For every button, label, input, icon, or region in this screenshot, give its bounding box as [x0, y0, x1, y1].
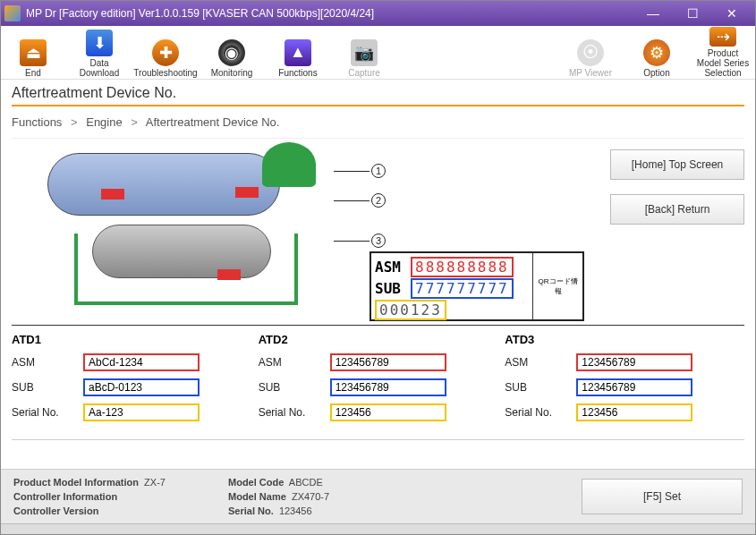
serial-no-label: Serial No. — [228, 505, 274, 516]
atd1-asm-label: ASM — [12, 356, 83, 369]
app-icon — [4, 5, 21, 21]
toolbar-capture-label: Capture — [348, 68, 380, 78]
nameplate: ASM 888888888 SUB 777777777 000123 QRコード… — [370, 251, 584, 321]
window-title: MP Dr [Factory edition] Ver1.0.0.159 [KV… — [26, 7, 633, 20]
breadcrumb-functions[interactable]: Functions — [12, 115, 62, 129]
toolbar-troubleshooting[interactable]: ✚ Troubleshooting — [137, 28, 194, 78]
atd3-asm-input[interactable] — [576, 353, 692, 371]
atd2-serial-label: Serial No. — [259, 406, 330, 419]
serial-no-value: 123456 — [279, 505, 312, 516]
atd3-column: ATD3 ASM SUB Serial No. — [505, 329, 744, 429]
toolbar-option-label: Option — [643, 68, 669, 78]
breadcrumb-current: Aftertreatment Device No. — [146, 115, 280, 129]
selection-icon: ⇢ — [709, 27, 736, 47]
atd1-serial-input[interactable] — [83, 403, 200, 421]
toolbar-monitoring[interactable]: ◉ Monitoring — [203, 28, 260, 78]
atd1-sub-input[interactable] — [83, 378, 200, 396]
camera-icon: 📷 — [351, 39, 378, 66]
callout-2: 2 — [371, 193, 386, 208]
chevron-right-icon: > — [71, 115, 78, 129]
breadcrumb-engine[interactable]: Engine — [86, 115, 122, 129]
atd-input-section: ATD1 ASM SUB Serial No. ATD2 ASM SUB Ser… — [12, 325, 744, 440]
atd2-sub-label: SUB — [259, 381, 330, 394]
toolbar-end-label: End — [25, 68, 41, 78]
toolbar-monitoring-label: Monitoring — [211, 68, 253, 78]
maximize-button[interactable]: ☐ — [673, 1, 712, 26]
atd2-title: ATD2 — [259, 329, 498, 353]
plate-sub-label: SUB — [375, 280, 411, 297]
viewer-icon: ⦿ — [577, 39, 604, 66]
atd2-column: ATD2 ASM SUB Serial No. — [259, 329, 498, 429]
toolbar-download-label: Data Download — [71, 58, 128, 78]
atd1-title: ATD1 — [12, 329, 251, 353]
plate-asm-label: ASM — [375, 259, 411, 276]
atd3-serial-input[interactable] — [576, 403, 692, 421]
callout-1: 1 — [371, 164, 386, 178]
toolbar-troubleshooting-label: Troubleshooting — [133, 68, 197, 78]
back-button[interactable]: [Back] Return — [610, 194, 744, 225]
footer: Product Model Information ZX-7 Model Cod… — [1, 469, 755, 523]
chevron-right-icon: > — [131, 115, 138, 129]
page-title: Aftertreatment Device No. — [12, 85, 744, 106]
atd3-sub-input[interactable] — [576, 378, 692, 396]
atd2-sub-input[interactable] — [330, 378, 446, 396]
download-icon: ⬇ — [86, 30, 113, 56]
toolbar: ⏏ End ⬇ Data Download ✚ Troubleshooting … — [1, 26, 755, 80]
plate-asm-value: 888888888 — [411, 257, 514, 277]
toolbar-mp-viewer[interactable]: ⦿ MP Viewer — [562, 28, 619, 78]
gauge-icon: ◉ — [218, 39, 245, 66]
toolbar-functions[interactable]: ▲ Functions — [269, 28, 327, 78]
controller-info-label: Controller Information — [13, 491, 117, 502]
atd3-asm-label: ASM — [505, 356, 576, 369]
app-window: MP Dr [Factory edition] Ver1.0.0.159 [KV… — [0, 0, 756, 535]
device-diagram: 1 2 3 ASM 888888888 SUB 777777777 — [12, 144, 599, 323]
model-name-value: ZX470-7 — [292, 491, 329, 502]
atd2-asm-label: ASM — [259, 356, 330, 369]
statusbar — [1, 523, 755, 534]
controller-version-label: Controller Version — [13, 505, 98, 516]
toolbar-end[interactable]: ⏏ End — [4, 28, 62, 78]
product-model-info-label: Product Model Information — [13, 477, 139, 488]
stethoscope-icon: ✚ — [152, 39, 179, 66]
plate-qr-label: QRコード情報 — [532, 253, 582, 319]
atd1-column: ATD1 ASM SUB Serial No. — [12, 329, 251, 429]
breadcrumb: Functions > Engine > Aftertreatment Devi… — [12, 112, 744, 139]
atd1-sub-label: SUB — [12, 381, 83, 394]
gear-icon: ⚙ — [643, 39, 670, 66]
model-code-label: Model Code — [228, 477, 284, 488]
atd3-sub-label: SUB — [505, 381, 576, 394]
atd3-title: ATD3 — [505, 329, 744, 353]
titlebar: MP Dr [Factory edition] Ver1.0.0.159 [KV… — [1, 1, 755, 26]
atd1-asm-input[interactable] — [83, 353, 200, 371]
atd1-serial-label: Serial No. — [12, 406, 83, 419]
end-icon: ⏏ — [20, 39, 47, 66]
home-button[interactable]: [Home] Top Screen — [610, 149, 744, 180]
model-name-label: Model Name — [228, 491, 286, 502]
functions-icon: ▲ — [285, 39, 311, 66]
content-area: Aftertreatment Device No. Functions > En… — [1, 80, 755, 469]
toolbar-option[interactable]: ⚙ Option — [628, 28, 685, 78]
minimize-button[interactable]: — — [633, 1, 673, 26]
toolbar-mpviewer-label: MP Viewer — [569, 68, 612, 78]
atd2-asm-input[interactable] — [330, 353, 446, 371]
callout-3: 3 — [371, 234, 386, 248]
toolbar-functions-label: Functions — [278, 68, 317, 78]
set-button[interactable]: [F5] Set — [582, 479, 743, 514]
toolbar-selection-label: Product Model Series Selection — [694, 48, 752, 78]
product-model-info-value: ZX-7 — [144, 477, 166, 488]
close-button[interactable]: ✕ — [712, 1, 752, 26]
model-code-value: ABCDE — [289, 477, 323, 488]
toolbar-capture[interactable]: 📷 Capture — [336, 28, 393, 78]
toolbar-data-download[interactable]: ⬇ Data Download — [71, 28, 128, 78]
plate-sub-value: 777777777 — [411, 278, 514, 299]
plate-serial-value: 000123 — [375, 300, 446, 320]
atd3-serial-label: Serial No. — [505, 406, 576, 419]
toolbar-product-selection[interactable]: ⇢ Product Model Series Selection — [694, 28, 752, 78]
atd2-serial-input[interactable] — [330, 403, 446, 421]
